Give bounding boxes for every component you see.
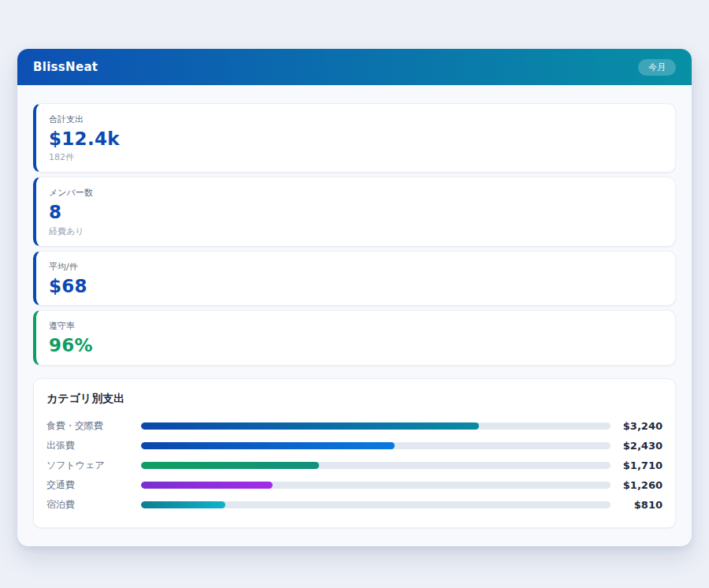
bar-fill [141, 501, 225, 508]
category-amount: $1,260 [617, 479, 663, 491]
category-amount: $2,430 [617, 440, 663, 452]
category-amount: $1,710 [617, 460, 663, 471]
bar-fill [141, 482, 273, 489]
dashboard-container: BlissNeat 今月 合計支出 $12.4k 182件 メンバー数 8 経費… [17, 49, 692, 546]
category-row: 宿泊費 $810 [46, 495, 663, 515]
category-label: 宿泊費 [46, 498, 141, 512]
category-label: ソフトウェア [46, 459, 141, 472]
bar-track [141, 442, 611, 449]
stat-label: メンバー数 [49, 187, 663, 199]
bar-fill [141, 422, 479, 430]
app-title: BlissNeat [33, 60, 98, 74]
stat-card: メンバー数 8 経費あり [33, 177, 676, 246]
stat-sub: 182件 [49, 151, 663, 163]
stat-label: 遵守率 [49, 320, 663, 332]
bar-track [141, 482, 611, 489]
stat-card: 遵守率 96% [33, 310, 676, 365]
category-amount: $3,240 [617, 420, 663, 432]
content-area: 合計支出 $12.4k 182件 メンバー数 8 経費あり 平均/件 $68 遵… [17, 85, 692, 546]
category-title: カテゴリ別支出 [46, 392, 663, 406]
category-label: 交通費 [46, 478, 141, 492]
app-bar: BlissNeat 今月 [17, 49, 692, 85]
bar-track [141, 501, 611, 508]
category-label: 出張費 [46, 439, 141, 452]
bar-track [141, 462, 611, 469]
category-label: 食費・交際費 [46, 419, 141, 433]
stat-value: $68 [49, 276, 663, 296]
stat-value: $12.4k [49, 128, 663, 149]
stat-card: 合計支出 $12.4k 182件 [33, 103, 676, 173]
bar-fill [141, 462, 319, 469]
category-card: カテゴリ別支出 食費・交際費 $3,240 出張費 $2,430 ソフトウェア … [33, 378, 676, 528]
category-row: 食費・交際費 $3,240 [46, 416, 663, 436]
bar-track [141, 422, 611, 430]
stat-value: 96% [49, 335, 663, 355]
stat-card: 平均/件 $68 [33, 251, 676, 306]
stat-sub: 経費あり [49, 225, 663, 237]
category-amount: $810 [617, 499, 663, 511]
category-rows: 食費・交際費 $3,240 出張費 $2,430 ソフトウェア $1,710 交… [46, 416, 663, 515]
stat-value: 8 [49, 202, 663, 222]
period-badge[interactable]: 今月 [638, 59, 676, 76]
stat-label: 合計支出 [49, 114, 663, 125]
bar-fill [141, 442, 395, 449]
category-row: ソフトウェア $1,710 [46, 456, 663, 475]
stat-label: 平均/件 [49, 261, 663, 273]
category-row: 交通費 $1,260 [46, 475, 663, 495]
category-row: 出張費 $2,430 [46, 436, 663, 456]
